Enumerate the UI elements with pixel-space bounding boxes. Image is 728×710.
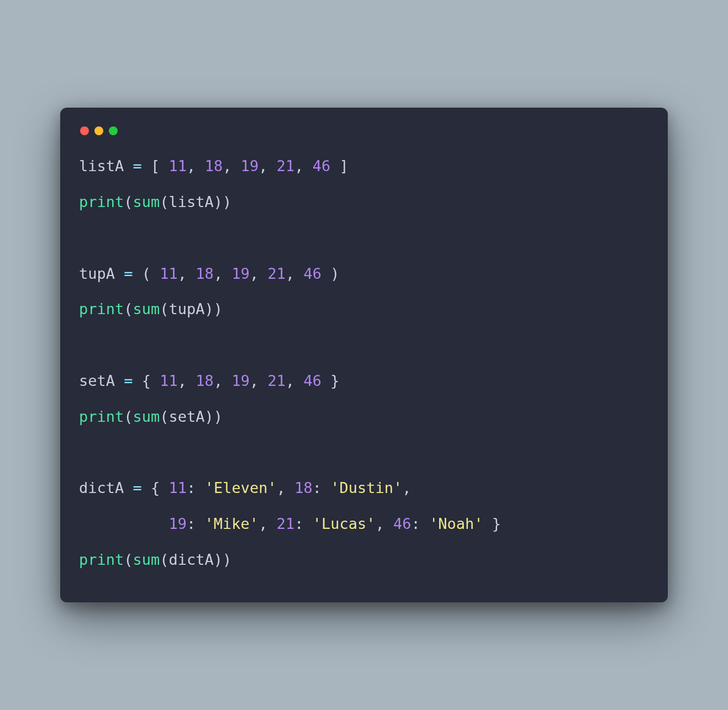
code-token-func: print xyxy=(79,408,124,425)
code-token-num: 19 xyxy=(231,372,250,389)
code-token-default: ( xyxy=(133,265,160,282)
code-token-num: 19 xyxy=(231,265,250,282)
code-token-default: tupA xyxy=(79,265,124,282)
code-token-str: 'Mike' xyxy=(205,515,259,532)
code-token-func: print xyxy=(79,300,124,317)
code-token-num: 21 xyxy=(267,265,286,282)
code-token-default: , xyxy=(277,479,295,496)
code-token-default: : xyxy=(313,479,331,496)
code-token-default: (setA)) xyxy=(160,408,223,425)
code-token-default: dictA xyxy=(79,479,133,496)
code-token-default: , xyxy=(250,372,268,389)
code-token-default: , xyxy=(250,265,268,282)
code-token-str: 'Eleven' xyxy=(205,479,277,496)
close-icon[interactable] xyxy=(80,126,89,135)
code-token-op: = xyxy=(133,157,142,174)
code-token-default: [ xyxy=(142,157,169,174)
code-token-num: 11 xyxy=(160,372,178,389)
code-token-default: , xyxy=(294,157,313,174)
code-token-default: , xyxy=(259,157,277,174)
code-token-op: = xyxy=(124,265,133,282)
code-token-default: } xyxy=(321,372,340,389)
window-controls xyxy=(79,123,649,149)
code-token-num: 46 xyxy=(313,157,331,174)
code-token-default: ) xyxy=(321,265,340,282)
code-token-num: 11 xyxy=(169,479,187,496)
code-token-func: sum xyxy=(133,551,160,568)
code-token-default: , xyxy=(178,265,196,282)
code-token-num: 11 xyxy=(160,265,178,282)
code-token-default: (dictA)) xyxy=(160,551,231,568)
code-token-default: (listA)) xyxy=(160,193,231,210)
code-token-num: 18 xyxy=(196,372,214,389)
code-token-default: setA xyxy=(79,372,124,389)
code-block: listA = [ 11, 18, 19, 21, 46 ] print(sum… xyxy=(79,149,649,578)
code-token-default: , xyxy=(286,372,304,389)
code-token-default: ( xyxy=(124,193,133,210)
code-token-num: 21 xyxy=(277,515,295,532)
code-token-default: ( xyxy=(124,300,133,317)
code-token-func: print xyxy=(79,193,124,210)
code-token-default: , xyxy=(187,157,205,174)
code-token-default: , xyxy=(259,515,277,532)
code-token-default: ( xyxy=(124,551,133,568)
code-token-default: : xyxy=(187,479,205,496)
code-token-num: 46 xyxy=(303,372,321,389)
code-token-default xyxy=(79,515,169,532)
code-token-default: { xyxy=(133,372,160,389)
code-token-str: 'Dustin' xyxy=(330,479,402,496)
code-token-num: 18 xyxy=(294,479,313,496)
code-token-func: sum xyxy=(133,193,160,210)
code-token-num: 46 xyxy=(303,265,321,282)
code-token-str: 'Noah' xyxy=(429,515,483,532)
page-background: listA = [ 11, 18, 19, 21, 46 ] print(sum… xyxy=(0,0,728,710)
code-token-default: , xyxy=(223,157,241,174)
code-token-op: = xyxy=(124,372,133,389)
code-token-default: : xyxy=(412,515,430,532)
code-token-default: listA xyxy=(79,157,133,174)
code-token-op: = xyxy=(133,479,142,496)
code-token-func: sum xyxy=(133,408,160,425)
code-token-default: : xyxy=(294,515,313,532)
minimize-icon[interactable] xyxy=(94,126,103,135)
code-token-num: 46 xyxy=(393,515,412,532)
code-token-default: (tupA)) xyxy=(160,300,223,317)
code-token-default: } xyxy=(483,515,502,532)
code-token-default: , xyxy=(178,372,196,389)
code-window: listA = [ 11, 18, 19, 21, 46 ] print(sum… xyxy=(60,108,668,602)
code-token-default: , xyxy=(214,265,232,282)
code-token-num: 18 xyxy=(196,265,214,282)
code-token-str: 'Lucas' xyxy=(313,515,376,532)
code-token-default: , xyxy=(286,265,304,282)
code-token-default: ( xyxy=(124,408,133,425)
code-token-default: , xyxy=(402,479,420,496)
code-token-default: : xyxy=(187,515,205,532)
code-token-num: 21 xyxy=(267,372,286,389)
code-token-num: 19 xyxy=(241,157,259,174)
code-token-default: , xyxy=(375,515,393,532)
code-token-func: print xyxy=(79,551,124,568)
code-token-default: , xyxy=(214,372,232,389)
code-token-default: { xyxy=(142,479,169,496)
code-token-num: 18 xyxy=(205,157,223,174)
code-token-default: ] xyxy=(330,157,349,174)
code-token-func: sum xyxy=(133,300,160,317)
code-token-num: 11 xyxy=(169,157,187,174)
code-token-num: 21 xyxy=(277,157,295,174)
code-token-num: 19 xyxy=(169,515,187,532)
zoom-icon[interactable] xyxy=(109,126,118,135)
